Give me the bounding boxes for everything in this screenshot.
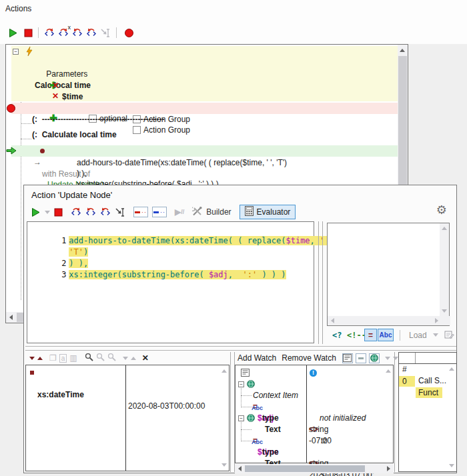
watch-value: 2020-08-03T00:00:00 (128, 401, 205, 412)
sort-up-icon[interactable] (131, 357, 136, 360)
variables-row[interactable]: Abc Text -07:00 (236, 401, 393, 413)
run-dropdown-icon[interactable] (45, 211, 50, 214)
horizontal-scrollbar[interactable] (235, 464, 394, 473)
equals-mode-button[interactable]: = (364, 329, 377, 341)
scrollbar-thumb[interactable] (245, 465, 365, 472)
toolbar-separator (400, 330, 400, 341)
calculator-icon (245, 206, 254, 218)
list-view-icon[interactable] (342, 353, 353, 363)
load-button[interactable]: Load (409, 329, 438, 342)
run-icon[interactable] (8, 27, 18, 39)
variables-row[interactable]: Abc Text 2020-08-03 07:00: (236, 435, 393, 447)
stop-icon[interactable] (24, 27, 33, 39)
page-title: Actions (5, 4, 31, 13)
evaluator-result-panel[interactable] (327, 223, 450, 326)
remove-watch-button[interactable]: Remove Watch (282, 353, 336, 363)
add-watch-button[interactable]: Add Watch (238, 353, 276, 363)
collapse-icon[interactable]: − (13, 49, 19, 55)
vertical-scrollbar[interactable] (440, 223, 449, 316)
code-line[interactable]: 'T') (30, 235, 88, 247)
collapse-icon[interactable]: − (238, 415, 244, 421)
horizontal-splitter[interactable] (25, 346, 456, 351)
column-header: Call S... (418, 375, 446, 387)
breakpoint-icon[interactable] (7, 104, 15, 113)
step-out-icon[interactable] (72, 27, 83, 39)
horizontal-scrollbar[interactable] (328, 316, 450, 325)
copy-icon[interactable]: ❐ (49, 353, 57, 363)
variables-row[interactable]: − $time <> s (236, 413, 393, 424)
collapse-icon[interactable]: − (238, 381, 244, 387)
editor-result-splitter[interactable] (318, 221, 323, 344)
tree-row-update-node[interactable]: → Update Node(s) $PERSISTENT/Root/localD… (11, 145, 398, 157)
more-options-icon[interactable] (385, 357, 390, 360)
search-next-icon[interactable] (107, 353, 116, 363)
text-mode-button[interactable]: Abc (378, 329, 394, 341)
delete-icon[interactable]: ✕ (142, 353, 149, 363)
toolbar-separator (116, 27, 117, 38)
tree-row-param-adj[interactable]: ✕ $adj optional Action Group (6, 79, 398, 91)
sort-down-icon[interactable] (123, 357, 128, 360)
tracepoints-list-icon[interactable]: ·· (152, 207, 167, 217)
step-over-skip-icon[interactable]: x (58, 27, 69, 39)
tree-row-root[interactable]: − Calc local time (11, 46, 398, 57)
step-into-icon[interactable] (44, 27, 55, 39)
dialog-title: Action 'Update Node' (31, 190, 112, 200)
builder-button[interactable]: Builder (192, 207, 231, 218)
variables-row[interactable]: − $adj <> tz (236, 379, 393, 390)
tree-row-comment[interactable]: (: -------------------------------------… (11, 133, 398, 145)
expression-line: ) ), (77, 168, 390, 179)
info-icon: ! (310, 369, 317, 377)
step-into-icon[interactable] (71, 206, 81, 218)
search-prev-icon[interactable] (96, 353, 105, 363)
xpath-editor[interactable]: 1add-hours-to-dateTime(xs:dateTime( ( re… (27, 221, 314, 343)
run-to-cursor-icon[interactable] (115, 206, 125, 218)
code-line[interactable]: 2) ), (30, 247, 88, 258)
frame-number: 0 (399, 376, 415, 387)
column-divider[interactable] (125, 365, 126, 471)
vertical-scrollbar[interactable] (219, 365, 229, 471)
search-icon[interactable] (85, 353, 93, 363)
evaluator-label: Evaluator (257, 207, 291, 217)
stop-icon[interactable] (54, 206, 63, 218)
debug-run-icon[interactable] (31, 206, 41, 218)
call-stack-panel[interactable]: # Call S... 0 Funct (398, 352, 457, 472)
edit-load-options-icon[interactable] (444, 330, 454, 341)
move-down-icon[interactable] (29, 357, 35, 360)
watch-values-panel[interactable]: xs:dateTime 2020-08-03T00:00:00 (25, 365, 229, 471)
frame-name: Funct (416, 387, 442, 398)
watch-type: xs:dateTime (37, 389, 84, 401)
evaluator-button[interactable]: Evaluator (240, 205, 296, 219)
auto-icon[interactable]: a (59, 354, 67, 363)
settings-gear-icon[interactable]: ⚙ (436, 204, 447, 216)
move-up-icon[interactable] (37, 357, 43, 360)
variables-row[interactable]: Context Item ! not initialized (236, 367, 393, 379)
tree-row-comment[interactable]: (: -------------------------------------… (11, 103, 398, 114)
call-stack-header: # Call S... (399, 353, 456, 364)
watch-row[interactable]: xs:dateTime 2020-08-03T00:00:00 (26, 367, 229, 378)
step-out-icon[interactable] (85, 206, 96, 218)
breakpoints-list-icon[interactable]: ·· (133, 207, 148, 217)
step-over-icon[interactable] (100, 206, 111, 218)
tree-row-param-time[interactable]: ✕ $time optional Action Group (6, 69, 398, 80)
columns-icon[interactable]: ▥ (69, 353, 77, 363)
xml-declaration-icon[interactable]: <? (332, 329, 342, 342)
toolbar-separator (38, 27, 39, 38)
vertical-scrollbar[interactable] (384, 365, 393, 463)
step-over-icon[interactable] (86, 27, 97, 39)
variables-row[interactable]: = type string (236, 390, 393, 401)
run-to-cursor-icon[interactable] (100, 27, 111, 39)
tree-row-comment[interactable]: (: Calculate local time (11, 118, 398, 129)
xml-comment-icon[interactable]: <!-- (347, 329, 366, 342)
compact-view-icon[interactable] (356, 353, 366, 363)
code-line[interactable]: 1add-hours-to-dateTime(xs:dateTime( ( re… (30, 224, 339, 235)
tree-row-parameters: Parameters ✚ (37, 57, 87, 69)
globe-view-icon[interactable] (369, 353, 380, 363)
watch-toolbar: ❐ a ▥ ✕ (29, 352, 149, 364)
code-line[interactable]: 3xs:integer(substring-before( $adj, ':' … (30, 258, 286, 269)
run-to-end-icon[interactable]: ▶// (175, 206, 184, 218)
variables-row[interactable]: = type string (236, 424, 393, 435)
vertical-scrollbar[interactable] (448, 365, 456, 471)
toggle-breakpoint-icon[interactable] (125, 29, 133, 37)
panel-splitter[interactable] (230, 352, 235, 472)
variables-panel[interactable]: Context Item ! not initialized − $adj <>… (235, 365, 394, 463)
